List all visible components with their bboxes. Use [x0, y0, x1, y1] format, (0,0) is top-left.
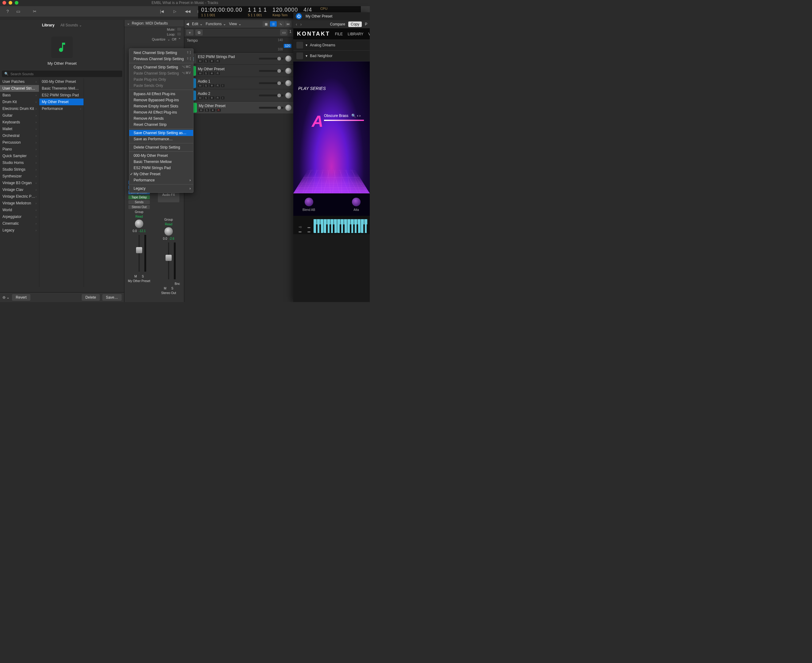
track-header[interactable]: 〰 Audio 2 M S ❄ R I [184, 89, 293, 102]
edit-menu[interactable]: Edit ⌄ [192, 22, 203, 26]
category-item[interactable]: Vintage Electric P…› [0, 193, 39, 200]
menu-item[interactable]: Performance [129, 177, 193, 183]
menu-item[interactable]: Copy Channel Strip Setting⌥⌘C [129, 64, 193, 70]
category-item[interactable]: Arpeggiator› [0, 213, 39, 220]
category-item[interactable]: User Channel Stri…› [0, 85, 39, 92]
output-slot[interactable]: Stereo Out [128, 205, 150, 209]
compare-button[interactable]: Compare [330, 22, 345, 26]
track-mute[interactable]: M [198, 96, 203, 99]
piano-key[interactable] [326, 225, 328, 233]
kontakt-library-menu[interactable]: LIBRARY [348, 32, 363, 36]
category-item[interactable]: Electronic Drum Kit› [0, 105, 39, 112]
next-preset-button[interactable]: › [300, 22, 302, 27]
piano-key[interactable] [363, 225, 365, 233]
attack-knob[interactable] [352, 198, 361, 206]
menu-item[interactable]: My Other Preset [129, 171, 193, 177]
track-freeze[interactable]: ❄ [209, 72, 214, 75]
category-item[interactable]: Piano› [0, 146, 39, 152]
track-freeze[interactable]: ❄ [211, 109, 215, 112]
category-item[interactable]: Vintage B3 Organ› [0, 179, 39, 186]
prev-preset-button[interactable]: ‹ [296, 22, 297, 27]
track-mute[interactable]: M [199, 109, 204, 112]
piano-key[interactable] [353, 225, 355, 233]
category-item[interactable]: Cinematic› [0, 220, 39, 227]
menu-item[interactable]: Bypass All Effect Plug-ins [129, 91, 193, 97]
category-item[interactable]: Drum Kit› [0, 99, 39, 105]
all-sounds-tab[interactable]: All Sounds ⌄ [60, 23, 82, 27]
menu-item[interactable]: Save Channel Strip Setting as… [129, 130, 193, 136]
virtual-keyboard[interactable]: +0▬ ▬▬ /* keys built below */ [293, 216, 370, 234]
category-item[interactable]: Synthesizer› [0, 173, 39, 179]
solo-button[interactable]: S [170, 286, 175, 290]
volume-fader[interactable] [138, 235, 140, 272]
mute-button[interactable]: M [132, 275, 138, 278]
track-pan-knob[interactable] [285, 80, 292, 86]
go-to-start-button[interactable]: |◀ [157, 8, 167, 15]
track-freeze[interactable]: ❄ [209, 96, 214, 99]
instrument-slot-1[interactable]: ▾Analog Dreams [293, 40, 370, 51]
kontakt-file-menu[interactable]: FILE [335, 32, 343, 36]
save-button[interactable]: Save… [102, 294, 122, 301]
category-item[interactable]: Bass› [0, 92, 39, 99]
solo-button[interactable]: S [140, 275, 146, 278]
bounce-label[interactable]: Bnc [175, 282, 180, 285]
track-volume-slider[interactable] [259, 58, 284, 60]
menu-item[interactable]: Previous Channel Strip Setting⇧ [ [129, 56, 193, 62]
menu-item[interactable]: Delete Channel Strip Setting [129, 144, 193, 150]
piano-key[interactable] [329, 225, 331, 233]
track-mute[interactable]: M [198, 84, 203, 87]
category-item[interactable]: Studio Horns› [0, 159, 39, 166]
preset-item[interactable]: ES2 PWM Strings Pad [39, 92, 84, 99]
track-header[interactable]: 〰 Audio 1 M S ❄ R I [184, 77, 293, 89]
functions-menu[interactable]: Functions ⌄ [206, 22, 226, 26]
menu-item[interactable]: 000-My Other Preset [129, 152, 193, 159]
category-item[interactable]: Percussion› [0, 139, 39, 146]
automation-icon[interactable]: ∿ [277, 21, 284, 27]
track-record[interactable]: R [216, 72, 220, 75]
piano-key[interactable] [357, 225, 358, 233]
track-pan-knob[interactable] [285, 92, 292, 99]
paste-button-partial[interactable]: P [365, 22, 367, 26]
scissors-icon[interactable]: ✂ [30, 8, 39, 15]
add-track-button[interactable]: ＋ [186, 29, 193, 36]
preset-item[interactable]: Performance› [39, 105, 84, 112]
category-item[interactable]: World› [0, 207, 39, 213]
catch-icon[interactable]: ▭ [280, 29, 287, 36]
revert-button[interactable]: Revert [12, 294, 30, 301]
track-solo[interactable]: S [204, 72, 208, 75]
volume-fader[interactable] [168, 243, 169, 279]
track-solo[interactable]: S [205, 109, 209, 112]
quantize-value[interactable]: Off [172, 37, 176, 41]
category-item[interactable]: Guitar› [0, 112, 39, 119]
track-pan-knob[interactable] [285, 105, 292, 111]
power-icon[interactable]: ⏻ [296, 13, 302, 19]
track-solo[interactable]: S [204, 60, 208, 63]
track-pan-knob[interactable] [285, 55, 292, 62]
track-freeze[interactable]: ❄ [209, 84, 214, 87]
track-input-monitor[interactable]: I [221, 96, 225, 99]
track-solo[interactable]: S [204, 96, 208, 99]
copy-button[interactable]: Copy [348, 21, 362, 27]
piano-key[interactable] [319, 225, 321, 233]
preset-item[interactable]: Basic Theremin Mell… [39, 85, 84, 92]
kontakt-view-menu[interactable]: VIEW [368, 32, 370, 36]
menu-item[interactable]: Legacy [129, 185, 193, 192]
view-menu[interactable]: View ⌄ [229, 22, 241, 26]
help-icon[interactable]: ? [3, 8, 12, 15]
menu-item[interactable]: Reset Channel Strip [129, 121, 193, 128]
piano-key[interactable] [367, 225, 368, 233]
track-pan-knob[interactable] [285, 68, 292, 74]
automation-read[interactable]: Read [165, 223, 172, 226]
category-item[interactable]: User Patches› [0, 78, 39, 85]
mute-button[interactable]: M [162, 286, 168, 290]
track-record[interactable]: R [217, 109, 221, 112]
category-item[interactable]: Quick Sampler› [0, 152, 39, 159]
preset-item[interactable]: My Other Preset [39, 99, 84, 105]
delete-button[interactable]: Delete [82, 294, 100, 301]
category-item[interactable]: Vintage Clav› [0, 186, 39, 193]
track-header[interactable]: 🎹 ES2 PWM Strings Pad M S ❄ R [184, 52, 293, 65]
menu-item[interactable]: ES2 PWM Strings Pad [129, 165, 193, 171]
display-icon[interactable]: ▭ [13, 8, 23, 15]
track-solo[interactable]: S [204, 84, 208, 87]
menu-item[interactable]: Next Channel Strip Setting⇧ ] [129, 50, 193, 56]
